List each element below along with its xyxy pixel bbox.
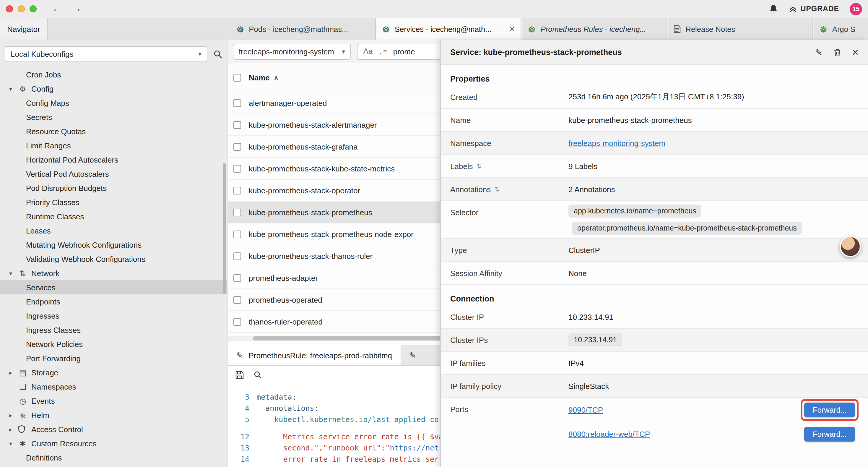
dock-tab-prometheusrule[interactable]: ✎ PrometheusRule: freeleaps-prod-rabbitm… <box>228 345 400 365</box>
sidebar-item-label: Ingresses <box>26 311 59 320</box>
line-number: 5 <box>228 414 256 425</box>
row-checkbox[interactable] <box>234 296 241 303</box>
sidebar-item-namespaces[interactable]: ❏ Namespaces <box>0 380 227 394</box>
service-name: alertmanager-operated <box>249 98 327 107</box>
detail-row-ports: Ports 9090/TCP Forward... 8080:reloader-… <box>441 398 868 446</box>
sidebar-item-priority-classes[interactable]: Priority Classes <box>0 195 227 209</box>
namespace-link[interactable]: freeleaps-monitoring-system <box>568 139 665 147</box>
network-icon: ⇅ <box>18 269 28 277</box>
tab-prometheus-rules[interactable]: ☸ Prometheus Rules - icecheng... <box>522 18 668 39</box>
sidebar-item-definitions[interactable]: Definitions <box>0 450 227 465</box>
window-close-button[interactable] <box>6 5 13 12</box>
window-minimize-button[interactable] <box>18 5 25 12</box>
sidebar-item-cron-jobs[interactable]: Cron Jobs <box>0 67 227 82</box>
detail-label: Annotations <box>450 185 491 194</box>
sidebar-item-network-policies[interactable]: Network Policies <box>0 337 227 351</box>
search-icon[interactable] <box>213 49 222 58</box>
sidebar-item-network[interactable]: ▾ ⇅ Network <box>0 266 227 280</box>
sidebar-item-port-forwarding[interactable]: Port Forwarding <box>0 351 227 365</box>
sidebar-item-services[interactable]: Services <box>0 280 227 294</box>
notifications-bell-icon[interactable] <box>769 4 778 13</box>
sidebar-item-helm[interactable]: ▸ ⎈ Helm <box>0 408 227 422</box>
row-checkbox[interactable] <box>234 274 241 282</box>
tab-pods[interactable]: ☸ Pods - icecheng@mathmas... <box>229 18 375 39</box>
storage-icon: ▤ <box>18 369 28 376</box>
line-number: 4 <box>228 403 256 414</box>
row-checkbox[interactable] <box>234 208 241 216</box>
close-icon[interactable]: × <box>509 24 515 34</box>
regex-toggle[interactable]: .* <box>378 47 387 56</box>
forward-button[interactable]: Forward... <box>804 403 855 417</box>
code-text: metadata: <box>256 392 296 401</box>
tab-services[interactable]: ☸ Services - icecheng@math... × <box>375 18 522 39</box>
sidebar-item-runtime-classes[interactable]: Runtime Classes <box>0 209 227 224</box>
sidebar-item-vertical-pod-autoscalers[interactable]: Vertical Pod Autoscalers <box>0 167 227 181</box>
row-checkbox[interactable] <box>234 252 241 260</box>
row-checkbox[interactable] <box>234 318 241 325</box>
avatar[interactable] <box>840 236 861 257</box>
upgrade-button[interactable]: UPGRADE <box>788 5 839 13</box>
back-icon[interactable]: ← <box>52 3 62 15</box>
row-checkbox[interactable] <box>234 99 241 107</box>
sidebar-scrollbar[interactable] <box>223 163 226 294</box>
detail-value[interactable]: 9 Labels <box>568 162 597 171</box>
sidebar-item-limit-ranges[interactable]: Limit Ranges <box>0 138 227 152</box>
sidebar-item-custom-resources[interactable]: ▾ ✱ Custom Resources <box>0 436 227 450</box>
detail-label: Selector <box>450 205 568 217</box>
editor-search-icon[interactable] <box>253 371 262 379</box>
window-zoom-button[interactable] <box>30 5 37 12</box>
kubernetes-icon: ☸ <box>819 25 828 33</box>
upgrade-icon <box>788 5 797 13</box>
row-checkbox[interactable] <box>234 230 241 238</box>
sidebar-item-validating-webhook-configurations[interactable]: Validating Webhook Configurations <box>0 252 227 266</box>
sidebar-item-access-control[interactable]: ▸ Access Control <box>0 422 227 436</box>
edit-pencil-icon[interactable]: ✎ <box>815 47 823 58</box>
sidebar-item-ingress-classes[interactable]: Ingress Classes <box>0 323 227 337</box>
sidebar-item-config-maps[interactable]: Config Maps <box>0 96 227 110</box>
sidebar-item-resource-quotas[interactable]: Resource Quotas <box>0 124 227 138</box>
close-icon[interactable]: × <box>852 46 859 59</box>
row-checkbox[interactable] <box>234 165 241 172</box>
forward-button[interactable]: Forward... <box>804 427 855 442</box>
detail-value: ClusterIP <box>568 245 600 255</box>
sidebar-item-secrets[interactable]: Secrets <box>0 110 227 124</box>
detail-value[interactable]: 2 Annotations <box>568 185 615 194</box>
save-icon[interactable] <box>235 370 244 379</box>
chevron-right-icon: ▸ <box>7 426 14 432</box>
row-checkbox[interactable] <box>234 186 241 194</box>
sidebar-item-label: Services <box>26 283 56 292</box>
sidebar-item-storage[interactable]: ▸ ▤ Storage <box>0 365 227 380</box>
match-case-toggle[interactable]: Aa <box>363 47 373 56</box>
trash-icon[interactable] <box>833 48 841 57</box>
tab-argo[interactable]: ☸ Argo S <box>813 18 868 39</box>
navigator-panel-tab[interactable]: Navigator <box>0 18 48 39</box>
forward-icon[interactable]: → <box>71 3 82 15</box>
sort-updown-icon[interactable]: ⇅ <box>494 185 500 193</box>
sidebar-item-config[interactable]: ▾ ⚙ Config <box>0 82 227 96</box>
port-link[interactable]: 8080:reloader-web/TCP <box>568 430 650 439</box>
chevron-right-icon: ▸ <box>7 369 14 376</box>
row-checkbox[interactable] <box>234 143 241 150</box>
shield-icon <box>18 425 28 433</box>
sidebar-item-pod-disruption-budgets[interactable]: Pod Disruption Budgets <box>0 181 227 195</box>
column-header-name[interactable]: Name <box>249 73 270 82</box>
sidebar-item-events[interactable]: ◷ Events <box>0 394 227 408</box>
dock-tab-partial[interactable]: ✎ <box>400 345 441 365</box>
sidebar-item-leases[interactable]: Leases <box>0 224 227 238</box>
kubeconfig-select[interactable]: Local Kubeconfigs ▾ <box>5 46 208 62</box>
sidebar-item-endpoints[interactable]: Endpoints <box>0 294 227 309</box>
select-all-checkbox[interactable] <box>234 74 241 81</box>
namespace-select[interactable]: freeleaps-monitoring-system ▾ <box>233 43 351 59</box>
notification-count-badge[interactable]: 15 <box>850 3 862 15</box>
chevron-right-icon: ▸ <box>7 412 14 418</box>
row-checkbox[interactable] <box>234 121 241 128</box>
sidebar-item-ingresses[interactable]: Ingresses <box>0 309 227 323</box>
sort-updown-icon[interactable]: ⇅ <box>476 162 482 170</box>
detail-row-selector: Selector app.kubernetes.io/name=promethe… <box>441 201 868 239</box>
window-controls <box>6 5 37 12</box>
line-number: 14 <box>228 454 256 465</box>
tab-release-notes[interactable]: Release Notes <box>667 18 813 39</box>
sidebar-item-horizontal-pod-autoscalers[interactable]: Horizontal Pod Autoscalers <box>0 152 227 167</box>
sidebar-item-mutating-webhook-configurations[interactable]: Mutating Webhook Configurations <box>0 238 227 252</box>
port-link[interactable]: 9090/TCP <box>568 406 603 414</box>
